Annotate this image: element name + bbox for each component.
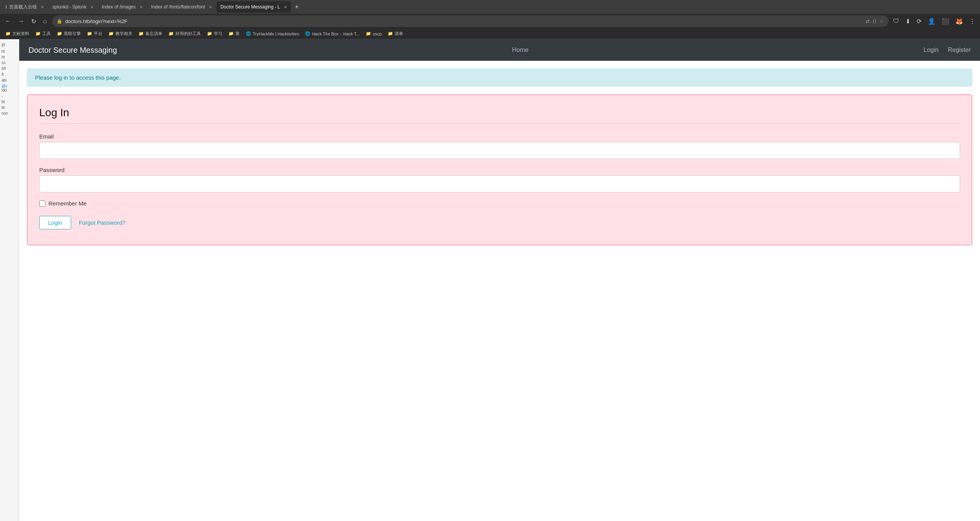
bookmark-tryhackme[interactable]: 🌐 TryHackMe | Hacktivities xyxy=(243,30,301,37)
forgot-password-link[interactable]: Forgot Password? xyxy=(79,219,126,226)
tab-fonts[interactable]: Index of /fonts/flaticon/font ✕ xyxy=(147,1,216,13)
folder-icon-8: 📁 xyxy=(207,31,212,36)
shield-icon[interactable]: 🛡 xyxy=(892,17,901,25)
bookmark-beiwang[interactable]: 📁 备忘清单 xyxy=(136,30,165,37)
folder-icon-10: 📁 xyxy=(366,31,371,36)
folder-icon-3: 📁 xyxy=(57,31,62,36)
address-bar-row: ← → ↻ ⌂ 🔒 doctors.htb/login?next=%2F ⇄ ⟨… xyxy=(0,14,980,28)
sidebar-text-ht1: ht xyxy=(2,49,17,53)
sidebar-text-dash: - xyxy=(2,94,17,98)
back-button[interactable]: ← xyxy=(3,17,13,25)
bookmark-hackthebox[interactable]: 🌐 Hack The Box :: Hack T... xyxy=(303,30,362,37)
bookmarks-bar: 📁 文献资料 📁 工具 📁 黑暗引擎 📁 平台 📁 教学相关 📁 备忘清单 📁 … xyxy=(0,28,980,39)
remember-row: Remember Me xyxy=(39,200,960,207)
login-button[interactable]: Login xyxy=(39,216,71,229)
bookmark-gongju[interactable]: 📁 工具 xyxy=(33,30,53,37)
page-wrapper: 斜 ht ht /vi 9/f 8 abi @c ldd - bt bt non… xyxy=(0,39,980,521)
alert-message: Please log in to access this page. xyxy=(35,74,121,81)
sidebar-link-at[interactable]: @c xyxy=(2,84,17,88)
tab-error[interactable]: ℹ 页面载入出错 ✕ xyxy=(2,1,48,13)
nav-home[interactable]: Home xyxy=(512,47,528,53)
extensions-icon[interactable]: 🦊 xyxy=(954,17,965,26)
sidebar-text-non: non xyxy=(2,111,17,115)
navbar-brand[interactable]: Doctor Secure Messaging xyxy=(28,46,117,55)
translate-icon: ⇄ xyxy=(866,18,870,24)
screenshot-icon[interactable]: ⬛ xyxy=(940,17,951,26)
bookmark-icon: ☆ xyxy=(880,18,884,24)
password-label: Password xyxy=(39,167,960,173)
bookmark-label-5: 教学相关 xyxy=(115,31,132,37)
alert-info: Please log in to access this page. xyxy=(27,68,972,87)
new-tab-button[interactable]: + xyxy=(292,3,302,11)
folder-icon-1: 📁 xyxy=(5,31,11,36)
profile-icon[interactable]: 👤 xyxy=(926,17,937,26)
bookmark-pingtai[interactable]: 📁 平台 xyxy=(85,30,105,37)
sidebar-text-xie: 斜 xyxy=(2,42,17,48)
folder-icon-7: 📁 xyxy=(168,31,174,36)
tab-label-4: Index of /fonts/flaticon/font xyxy=(151,4,205,10)
forward-button[interactable]: → xyxy=(16,17,26,25)
remember-label: Remember Me xyxy=(48,200,87,207)
bookmark-label-1: 文献资料 xyxy=(12,31,29,37)
tab-images[interactable]: Index of /images ✕ xyxy=(98,1,147,13)
bookmark-xuexi[interactable]: 📁 学习 xyxy=(205,30,225,37)
home-button[interactable]: ⌂ xyxy=(41,17,49,25)
tab-close-1[interactable]: ✕ xyxy=(41,5,44,9)
navbar-nav: Home xyxy=(512,47,528,53)
globe-icon-2: 🌐 xyxy=(305,31,310,36)
bookmark-wenxian[interactable]: 📁 文献资料 xyxy=(3,30,32,37)
folder-icon-11: 📁 xyxy=(388,31,393,36)
folder-icon-6: 📁 xyxy=(138,31,144,36)
download-icon[interactable]: ⬇ xyxy=(904,17,912,26)
bookmark-oscp[interactable]: 📁 oscp xyxy=(363,30,384,37)
bookmark-label-10: TryHackMe | Hacktivities xyxy=(253,32,299,36)
remember-checkbox[interactable] xyxy=(39,200,45,207)
devtools-icon: ⟨⟩ xyxy=(873,18,877,24)
folder-icon-4: 📁 xyxy=(87,31,92,36)
bookmark-heiamn[interactable]: 📁 黑暗引擎 xyxy=(55,30,83,37)
bookmark-cai[interactable]: 📁 菜 xyxy=(226,30,242,37)
bookmark-label-11: Hack The Box :: Hack T... xyxy=(312,32,360,36)
bookmark-label-3: 黑暗引擎 xyxy=(64,31,81,37)
sidebar-text-ldd: ldd xyxy=(2,88,17,92)
sidebar-text-bt2: bt xyxy=(2,105,17,110)
bookmark-label-12: oscp xyxy=(373,32,382,36)
sync-icon[interactable]: ⟳ xyxy=(915,17,923,26)
bookmark-jiaoxue[interactable]: 📁 教学相关 xyxy=(106,30,135,37)
email-label: Email xyxy=(39,133,960,140)
address-bar[interactable]: 🔒 doctors.htb/login?next=%2F ⇄ ⟨⟩ ☆ xyxy=(52,15,888,27)
browser-chrome: ℹ 页面载入出错 ✕ splunkd - Splunk ✕ Index of /… xyxy=(0,0,980,39)
navbar: Doctor Secure Messaging Home Login Regis… xyxy=(19,39,980,61)
reload-button[interactable]: ↻ xyxy=(29,17,38,26)
bookmark-label-2: 工具 xyxy=(42,31,51,37)
email-group: Email xyxy=(39,133,960,159)
nav-register[interactable]: Register xyxy=(948,47,971,53)
form-actions: Login Forgot Password? xyxy=(39,216,960,229)
address-text: doctors.htb/login?next=%2F xyxy=(65,18,863,24)
tab-bar: ℹ 页面载入出错 ✕ splunkd - Splunk ✕ Index of /… xyxy=(0,0,980,14)
tab-label-1: 页面载入出错 xyxy=(9,4,37,10)
password-group: Password xyxy=(39,167,960,192)
bookmark-haoyong[interactable]: 📁 好用的好工具 xyxy=(166,30,203,37)
email-input[interactable] xyxy=(39,142,960,159)
password-input[interactable] xyxy=(39,175,960,192)
tab-doctor[interactable]: Doctor Secure Messaging - L ✕ xyxy=(217,1,291,13)
nav-login[interactable]: Login xyxy=(923,47,938,53)
tab-close-4[interactable]: ✕ xyxy=(209,5,212,9)
tab-close-2[interactable]: ✕ xyxy=(90,5,93,9)
security-icon: 🔒 xyxy=(57,18,62,24)
tab-close-3[interactable]: ✕ xyxy=(140,5,143,9)
menu-icon[interactable]: ⋮ xyxy=(968,17,977,26)
bookmark-label-7: 好用的好工具 xyxy=(175,31,201,37)
tab-label-3: Index of /images xyxy=(102,4,136,10)
tab-close-5[interactable]: ✕ xyxy=(284,5,287,9)
login-title: Log In xyxy=(39,107,960,124)
folder-icon-5: 📁 xyxy=(108,31,114,36)
sidebar-text-ht2: ht xyxy=(2,55,17,59)
tab-splunk[interactable]: splunkd - Splunk ✕ xyxy=(48,1,97,13)
folder-icon-9: 📁 xyxy=(228,31,234,36)
main-content: Doctor Secure Messaging Home Login Regis… xyxy=(19,39,980,521)
info-icon: ℹ xyxy=(5,5,7,10)
bookmark-qingdan[interactable]: 📁 清单 xyxy=(385,30,405,37)
toolbar-icons: 🛡 ⬇ ⟳ 👤 ⬛ 🦊 ⋮ xyxy=(892,17,977,26)
